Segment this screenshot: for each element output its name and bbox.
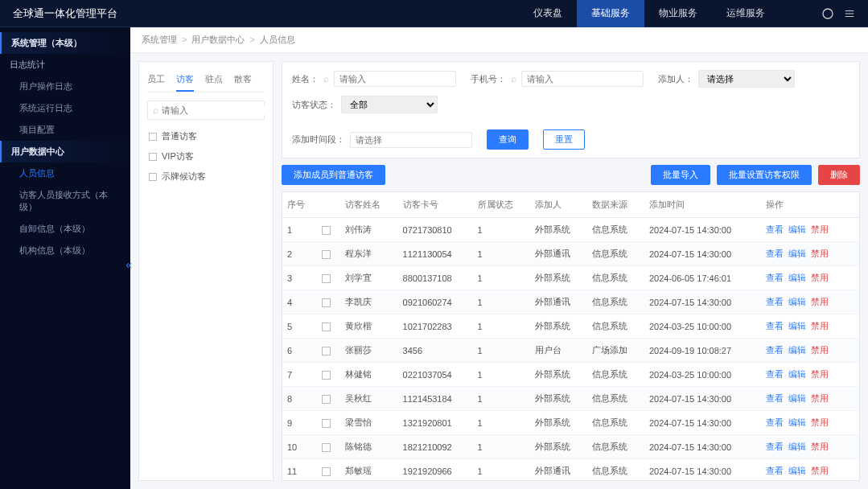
tab[interactable]: 访客 xyxy=(176,70,194,92)
cell-status: 1 xyxy=(473,314,530,339)
cell-adder: 外部通讯 xyxy=(530,290,587,314)
op-forbid[interactable]: 禁用 xyxy=(811,393,829,403)
op-forbid[interactable]: 禁用 xyxy=(811,442,829,451)
sidebar-item[interactable]: 人员信息 xyxy=(0,162,130,184)
row-checkbox[interactable] xyxy=(322,467,331,476)
assign-button[interactable]: 批量设置访客权限 xyxy=(717,165,812,185)
row-checkbox[interactable] xyxy=(322,274,331,283)
category-item[interactable]: 示牌候访客 xyxy=(147,166,265,187)
filters-row: 姓名： ⌕ 手机号： ⌕ 添加人： 请选择 xyxy=(282,61,860,158)
sidebar-item[interactable]: 访客人员接收方式（本级） xyxy=(0,184,130,218)
import-button[interactable]: 批量导入 xyxy=(651,165,710,185)
op-forbid[interactable]: 禁用 xyxy=(811,224,829,234)
phone-input[interactable] xyxy=(521,71,644,87)
row-checkbox[interactable] xyxy=(322,226,331,235)
row-checkbox[interactable] xyxy=(322,395,331,404)
op-view[interactable]: 查看 xyxy=(766,321,784,331)
sidebar-item[interactable]: 用户操作日志 xyxy=(0,76,130,97)
topnav-item[interactable]: 仪表盘 xyxy=(519,0,577,27)
cell-src: 信息系统 xyxy=(587,314,644,339)
row-checkbox[interactable] xyxy=(322,443,331,452)
op-edit[interactable]: 编辑 xyxy=(788,249,806,258)
topnav-item[interactable]: 物业服务 xyxy=(644,0,712,27)
op-edit[interactable]: 编辑 xyxy=(788,224,806,234)
op-edit[interactable]: 编辑 xyxy=(788,417,806,427)
sidebar-item[interactable]: 日志统计 xyxy=(0,54,130,76)
status-select[interactable]: 全部 xyxy=(341,96,438,113)
op-view[interactable]: 查看 xyxy=(766,369,784,379)
category-label: 示牌候访客 xyxy=(162,171,206,183)
op-forbid[interactable]: 禁用 xyxy=(811,321,829,331)
delete-button[interactable]: 删除 xyxy=(818,165,860,185)
column-header xyxy=(317,192,340,218)
sidebar-item[interactable]: 系统运行日志 xyxy=(0,97,130,119)
menu-icon[interactable] xyxy=(844,8,855,19)
cell-adder: 用户台 xyxy=(530,339,587,363)
op-edit[interactable]: 编辑 xyxy=(788,466,806,475)
op-forbid[interactable]: 禁用 xyxy=(811,466,829,475)
name-input[interactable] xyxy=(334,71,456,87)
search-icon: ⌕ xyxy=(153,105,158,116)
column-header: 访客卡号 xyxy=(398,192,473,218)
cell-card: 1121130054 xyxy=(398,242,473,266)
op-forbid[interactable]: 禁用 xyxy=(811,417,829,427)
op-forbid[interactable]: 禁用 xyxy=(811,297,829,306)
tab[interactable]: 散客 xyxy=(234,70,252,92)
sidebar-item[interactable]: 机构信息（本级） xyxy=(0,240,130,261)
op-edit[interactable]: 编辑 xyxy=(788,345,806,355)
sidebar-group[interactable]: 用户数据中心 xyxy=(0,141,130,162)
op-edit[interactable]: 编辑 xyxy=(788,321,806,331)
reset-button[interactable]: 重置 xyxy=(543,129,585,150)
op-edit[interactable]: 编辑 xyxy=(788,393,806,403)
op-view[interactable]: 查看 xyxy=(766,417,784,427)
op-view[interactable]: 查看 xyxy=(766,466,784,475)
add-button[interactable]: 添加成员到普通访客 xyxy=(282,165,385,185)
time-input[interactable] xyxy=(350,132,472,148)
chat-icon[interactable] xyxy=(821,7,834,20)
breadcrumb-item[interactable]: 系统管理 xyxy=(142,35,177,44)
op-view[interactable]: 查看 xyxy=(766,249,784,258)
tab[interactable]: 驻点 xyxy=(205,70,223,92)
row-checkbox[interactable] xyxy=(322,371,331,380)
op-view[interactable]: 查看 xyxy=(766,224,784,234)
op-view[interactable]: 查看 xyxy=(766,442,784,451)
op-edit[interactable]: 编辑 xyxy=(788,442,806,451)
breadcrumb-item[interactable]: 人员信息 xyxy=(260,35,295,44)
topnav-item[interactable]: 基础服务 xyxy=(577,0,644,27)
row-checkbox[interactable] xyxy=(322,419,331,428)
op-view[interactable]: 查看 xyxy=(766,345,784,355)
search-input[interactable] xyxy=(162,105,273,115)
op-view[interactable]: 查看 xyxy=(766,297,784,306)
row-checkbox[interactable] xyxy=(322,347,331,355)
sidebar-item[interactable]: 自卸信息（本级） xyxy=(0,218,130,240)
tab[interactable]: 员工 xyxy=(147,70,165,92)
row-checkbox[interactable] xyxy=(322,250,331,259)
adder-select[interactable]: 请选择 xyxy=(698,70,795,88)
search-icon: ⌕ xyxy=(323,73,329,84)
op-forbid[interactable]: 禁用 xyxy=(811,345,829,355)
op-forbid[interactable]: 禁用 xyxy=(811,369,829,379)
row-checkbox[interactable] xyxy=(322,323,331,331)
sidebar-group[interactable]: 系统管理（本级） xyxy=(0,32,130,54)
op-edit[interactable]: 编辑 xyxy=(788,273,806,282)
category-item[interactable]: VIP访客 xyxy=(147,146,265,166)
row-checkbox[interactable] xyxy=(322,298,331,307)
op-edit[interactable]: 编辑 xyxy=(788,297,806,306)
cell-ops: 查看编辑禁用 xyxy=(761,266,859,290)
topnav-item[interactable]: 运维服务 xyxy=(712,0,780,27)
op-view[interactable]: 查看 xyxy=(766,273,784,282)
cell-ops: 查看编辑禁用 xyxy=(761,459,859,482)
category-item[interactable]: 普通访客 xyxy=(147,126,265,146)
breadcrumb-item[interactable]: 用户数据中心 xyxy=(191,35,245,44)
cell-ops: 查看编辑禁用 xyxy=(761,435,859,459)
op-view[interactable]: 查看 xyxy=(766,393,784,403)
cell-card: 3456 xyxy=(398,339,473,363)
cell-ops: 查看编辑禁用 xyxy=(761,290,859,314)
sidebar-item[interactable]: 项目配置 xyxy=(0,119,130,141)
op-forbid[interactable]: 禁用 xyxy=(811,249,829,258)
op-edit[interactable]: 编辑 xyxy=(788,369,806,379)
checkbox-icon xyxy=(149,153,157,161)
op-forbid[interactable]: 禁用 xyxy=(811,273,829,282)
collapse-icon[interactable]: « xyxy=(125,258,132,271)
query-button[interactable]: 查询 xyxy=(487,129,529,150)
